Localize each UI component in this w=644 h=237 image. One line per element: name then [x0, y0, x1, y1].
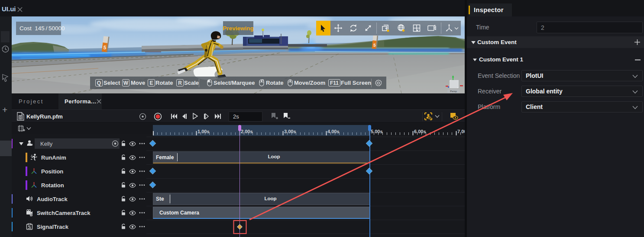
- svg-text:Persp: Persp: [450, 90, 457, 93]
